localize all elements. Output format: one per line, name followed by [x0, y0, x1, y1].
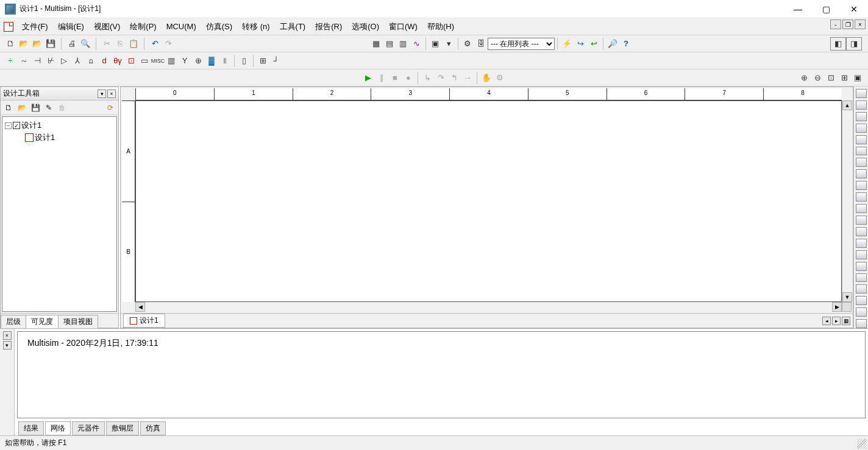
scroll-down-button[interactable]: ▼ — [842, 292, 852, 302]
tree-child-row[interactable]: 设计1 — [5, 132, 114, 144]
step-out-button[interactable]: ↰ — [447, 71, 461, 85]
sidebar-save-button[interactable]: 💾 — [30, 102, 41, 113]
menu-window[interactable]: 窗口(W) — [384, 19, 422, 35]
save-button[interactable]: 💾 — [44, 37, 57, 51]
spreadsheet-close-button[interactable]: × — [3, 331, 12, 340]
wattmeter-button[interactable] — [856, 112, 867, 121]
vertical-scrollbar[interactable]: ▲ ▼ — [842, 100, 852, 302]
in-use-list-select[interactable]: --- 在用列表 --- — [488, 38, 555, 50]
tab-simulation[interactable]: 仿真 — [140, 421, 166, 435]
menu-help[interactable]: 帮助(H) — [422, 19, 459, 35]
bode-plotter-button[interactable] — [856, 147, 867, 156]
scroll-left-button[interactable]: ◀ — [135, 302, 145, 312]
advanced-button[interactable]: ▥ — [165, 54, 178, 68]
tek-scope-button[interactable] — [856, 284, 867, 294]
sidebar-open-button[interactable]: 📂 — [16, 102, 27, 113]
mdi-minimize-button[interactable]: - — [830, 19, 841, 29]
netlist-button[interactable]: ▥ — [396, 37, 410, 51]
switch-mode-2-button[interactable]: ◨ — [846, 37, 862, 51]
open-button[interactable]: 📂 — [30, 37, 44, 51]
maximize-button[interactable]: ▢ — [812, 0, 840, 18]
settings-button[interactable]: ⚙ — [493, 71, 507, 85]
grapher-button[interactable]: ∿ — [410, 37, 423, 51]
misc-button[interactable]: MISC — [151, 54, 165, 68]
menu-draw[interactable]: 绘制(P) — [125, 19, 161, 35]
scroll-up-button[interactable]: ▲ — [842, 100, 852, 110]
run-button[interactable]: ▶ — [361, 71, 375, 85]
step-into-button[interactable]: ↳ — [421, 71, 434, 85]
open-project-button[interactable]: 📂 — [17, 37, 30, 51]
spreadsheet-pin-button[interactable]: ▾ — [3, 341, 12, 350]
tab-project[interactable]: 项目视图 — [58, 315, 98, 328]
menu-edit[interactable]: 编辑(E) — [53, 19, 89, 35]
ni-button[interactable]: ▓ — [205, 54, 218, 68]
switch-mode-1-button[interactable]: ◧ — [830, 37, 846, 51]
transistor-button[interactable]: ⊬ — [44, 54, 57, 68]
electromechanical-button[interactable]: ⊕ — [191, 54, 205, 68]
hierarchical-block-button[interactable]: ⊞ — [256, 54, 269, 68]
mcu-button[interactable]: ▯ — [237, 54, 251, 68]
menu-view[interactable]: 视图(V) — [89, 19, 125, 35]
logic-converter-button[interactable] — [856, 192, 867, 202]
tab-prev-button[interactable]: ◂ — [822, 317, 831, 325]
canvas-tab-design1[interactable]: 设计1 — [123, 314, 165, 328]
zoom-out-button[interactable]: ⊖ — [811, 71, 824, 85]
menu-sim[interactable]: 仿真(S) — [201, 19, 237, 35]
menu-tools[interactable]: 工具(T) — [275, 19, 311, 35]
postprocessor-button[interactable]: ▣ — [429, 37, 442, 51]
zoom-fit-button[interactable]: ⊞ — [838, 71, 851, 85]
stop-button[interactable]: ■ — [388, 71, 402, 85]
current-probe-button[interactable] — [856, 319, 867, 328]
tab-hierarchy[interactable]: 层级 — [1, 315, 26, 328]
sidebar-delete-button[interactable]: 🗑 — [57, 102, 68, 113]
help-button[interactable]: ? — [619, 37, 633, 51]
ttl-button[interactable]: ⅄ — [71, 54, 84, 68]
freq-counter-button[interactable] — [856, 158, 867, 167]
oscilloscope-button[interactable] — [856, 124, 867, 133]
paste-button[interactable]: 📋 — [127, 37, 140, 51]
tree-root-row[interactable]: − ✓ 设计1 — [5, 119, 114, 132]
agilent-fg-button[interactable] — [856, 250, 867, 259]
ultiboard-back-button[interactable]: ↩ — [587, 37, 600, 51]
cut-button[interactable]: ✂ — [100, 37, 113, 51]
mdi-restore-button[interactable]: ❐ — [842, 19, 853, 29]
cmos-button[interactable]: ⩍ — [84, 54, 98, 68]
distortion-button[interactable] — [856, 216, 867, 225]
word-gen-button[interactable] — [856, 169, 867, 178]
tab-visibility[interactable]: 可见度 — [26, 315, 59, 328]
indicator-button[interactable]: ⊡ — [124, 54, 138, 68]
tab-results[interactable]: 结果 — [18, 421, 44, 435]
print-preview-button[interactable]: 🔍 — [79, 37, 92, 51]
find-button[interactable]: 🔎 — [606, 37, 619, 51]
tab-menu-button[interactable]: ▦ — [842, 317, 850, 325]
fullscreen-button[interactable]: ▣ — [851, 71, 864, 85]
tree-checkbox[interactable]: ✓ — [13, 122, 20, 129]
agilent-scope-button[interactable] — [856, 273, 867, 283]
menu-file[interactable]: 文件(F) — [17, 19, 53, 35]
menu-options[interactable]: 选项(O) — [347, 19, 384, 35]
sidebar-dropdown-button[interactable]: ▾ — [98, 90, 106, 98]
redo-button[interactable]: ↷ — [162, 37, 175, 51]
scroll-right-button[interactable]: ▶ — [832, 302, 842, 312]
rf-button[interactable]: Y — [178, 54, 191, 68]
logic-analyzer-button[interactable] — [856, 181, 867, 190]
step-over-button[interactable]: ↷ — [434, 71, 447, 85]
breadboard-button[interactable]: ▾ — [442, 37, 455, 51]
diode-button[interactable]: ⊣ — [30, 54, 44, 68]
tab-next-button[interactable]: ▸ — [832, 317, 841, 325]
spreadsheet-button[interactable]: ▤ — [383, 37, 396, 51]
basic-button[interactable]: ～ — [17, 54, 30, 68]
misc-digital-button[interactable]: d — [98, 54, 111, 68]
tab-copper[interactable]: 敷铜层 — [106, 421, 139, 435]
labview-button[interactable] — [856, 296, 867, 305]
tab-components[interactable]: 元器件 — [72, 421, 105, 435]
power-button[interactable]: ▭ — [138, 54, 151, 68]
close-button[interactable]: ✕ — [840, 0, 868, 18]
copy-button[interactable]: ⎘ — [113, 37, 127, 51]
tree-collapse-icon[interactable]: − — [5, 122, 12, 129]
bus-button[interactable]: ┘ — [269, 54, 283, 68]
connector-button[interactable]: ⫴ — [218, 54, 232, 68]
component-wizard-button[interactable]: ⚙ — [461, 37, 474, 51]
menu-transfer[interactable]: 转移 (n) — [237, 19, 275, 35]
sidebar-refresh-button[interactable]: ⟳ — [105, 102, 116, 113]
